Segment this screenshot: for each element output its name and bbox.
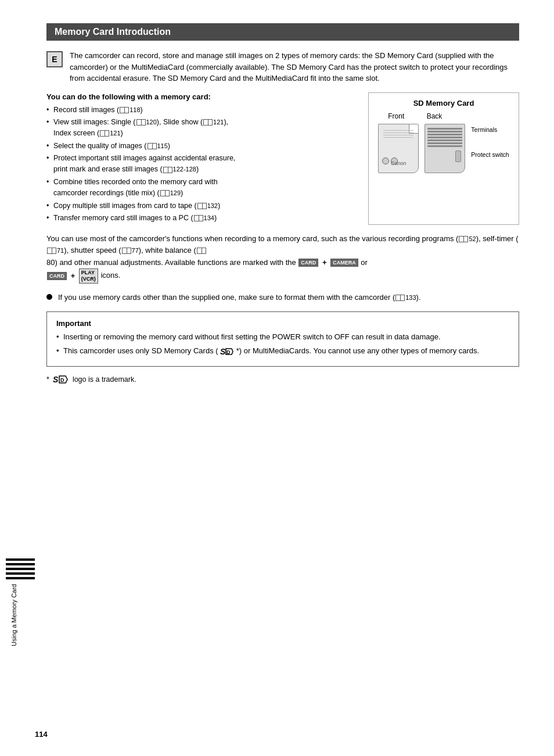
trademark-prefix: * — [46, 375, 49, 384]
terminal-line — [427, 131, 462, 132]
list-item: Protect important still images against a… — [46, 153, 357, 175]
card-badge-2: CARD — [47, 272, 67, 281]
book-icon — [194, 215, 203, 221]
plus-sign-2: + — [71, 271, 75, 280]
middle-paragraph: You can use most of the camcorder's func… — [46, 233, 519, 284]
svg-text:S: S — [220, 347, 226, 356]
circle-bullet-icon — [46, 294, 52, 300]
list-item: Combine titles recorded onto the memory … — [46, 177, 357, 199]
svg-text:S: S — [53, 375, 59, 384]
list-item: Copy multiple still images from card to … — [46, 200, 357, 212]
card-badge: CARD — [298, 259, 318, 267]
terminal-line — [427, 134, 462, 135]
book-icon — [122, 248, 131, 254]
sd-card-title: SD Memory Card — [377, 99, 510, 108]
sd-card-diagram: SD Memory Card Front Back Canon — [368, 92, 519, 225]
section-header: Memory Card Introduction — [46, 23, 519, 41]
circle-bullet-paragraph: If you use memory cards other than the s… — [46, 292, 519, 303]
intro-section: E The camcorder can record, store and ma… — [46, 50, 519, 84]
book-icon — [120, 107, 129, 113]
e-label: E — [46, 51, 63, 67]
plus-sign: + — [322, 258, 327, 267]
sd-card-images: Canon — [377, 124, 510, 173]
book-icon — [459, 236, 468, 242]
terminal-line — [427, 145, 462, 147]
important-box: Important Inserting or removing the memo… — [46, 311, 519, 367]
book-icon — [203, 119, 213, 126]
sd-trademark-logo: S D — [53, 375, 69, 384]
trademark-line: * S D logo is a trademark. — [46, 375, 519, 384]
protect-switch-annotation: Protect switch — [471, 151, 509, 159]
important-item: Inserting or removing the memory card wi… — [56, 331, 509, 343]
book-icon — [47, 248, 56, 254]
sd-card-annotations: Terminals Protect switch — [471, 124, 509, 159]
sidebar-line — [6, 563, 35, 565]
sd-card-back — [425, 124, 465, 173]
sidebar-lines — [6, 558, 35, 579]
sd-logo-svg: S D — [220, 347, 234, 356]
book-icon — [197, 248, 206, 254]
important-title: Important — [56, 319, 509, 328]
protect-switch — [455, 151, 461, 162]
sidebar-line — [6, 568, 35, 570]
important-item: This camcorder uses only SD Memory Cards… — [56, 345, 509, 357]
book-icon — [148, 143, 157, 149]
sd-circle — [382, 157, 389, 164]
sidebar-line — [6, 577, 35, 579]
book-icon — [197, 203, 207, 209]
svg-text:D: D — [226, 349, 231, 355]
sidebar-text: Using a Memory Card — [10, 584, 41, 646]
important-list: Inserting or removing the memory card wi… — [56, 331, 509, 357]
book-icon — [395, 295, 405, 301]
book-icon — [163, 167, 172, 173]
can-do-left: You can do the following with a memory c… — [46, 92, 357, 225]
book-icon — [100, 130, 109, 137]
terminal-line — [427, 142, 462, 144]
can-do-section: You can do the following with a memory c… — [46, 92, 519, 225]
sidebar: Using a Memory Card — [0, 558, 41, 710]
section-title: Memory Card Introduction — [55, 27, 171, 37]
sd-back-terminals — [425, 128, 465, 147]
bullet-list: Record still images (118) View still ima… — [46, 105, 357, 224]
list-item: Transfer memory card still images to a P… — [46, 213, 357, 224]
terminal-line — [427, 139, 462, 141]
sd-front-label: Front — [388, 112, 404, 120]
list-item: View still images: Single (120), Slide s… — [46, 117, 357, 139]
page-number: 114 — [35, 730, 48, 739]
page-container: Memory Card Introduction E The camcorder… — [0, 0, 554, 756]
book-icon — [136, 119, 146, 126]
terminal-line — [427, 128, 462, 130]
terminals-annotation: Terminals — [471, 126, 509, 134]
sd-front-logo: Canon — [391, 160, 406, 167]
list-item: Select the quality of images (115) — [46, 141, 357, 152]
sd-card-front: Canon — [378, 124, 419, 173]
can-do-title: You can do the following with a memory c… — [46, 92, 357, 101]
intro-text: The camcorder can record, store and mana… — [70, 50, 519, 84]
camera-badge: CAMERA — [330, 259, 358, 267]
circle-bullet-text: If you use memory cards other than the s… — [58, 292, 421, 303]
svg-text:D: D — [60, 377, 64, 383]
sidebar-line — [6, 558, 35, 561]
sidebar-line — [6, 572, 35, 575]
sd-back-label: Back — [427, 112, 443, 120]
trademark-text: logo is a trademark. — [73, 375, 136, 384]
sd-card-labels: Front Back — [377, 112, 510, 120]
icons-label: icons. — [100, 271, 120, 280]
terminal-line — [427, 137, 462, 138]
list-item: Record still images (118) — [46, 105, 357, 116]
book-icon — [160, 190, 170, 196]
play-vcr-badge: PLAY(VCR) — [79, 268, 98, 284]
